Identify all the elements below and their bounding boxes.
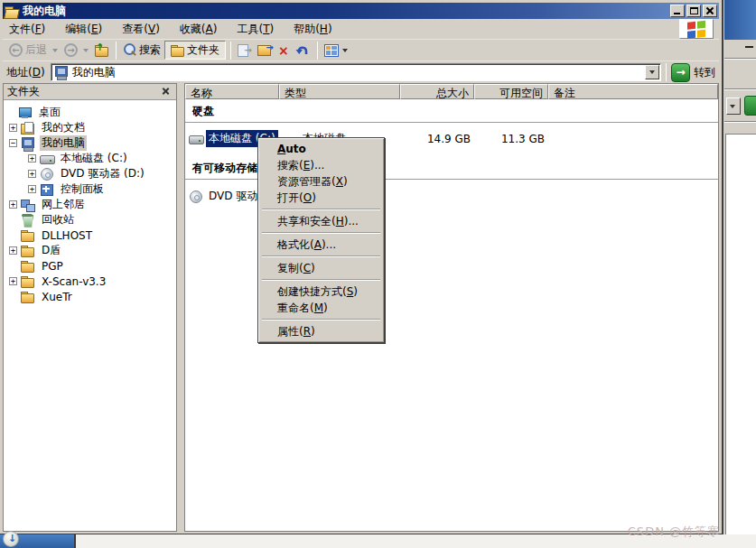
tree-item-network-places[interactable]: +网上邻居	[4, 197, 176, 212]
tree-item-local-disk-c[interactable]: +本地磁盘 (C:)	[4, 151, 176, 166]
address-input[interactable]: 我的电脑	[51, 63, 661, 81]
context-menu-item-properties[interactable]: 属性(R)	[260, 323, 382, 339]
tree-item-my-computer[interactable]: −我的电脑	[4, 135, 176, 151]
hard-drive-icon	[40, 152, 54, 166]
expand-toggle	[9, 293, 17, 301]
minimize-icon	[674, 13, 680, 14]
divider	[724, 88, 756, 89]
background-address-dropdown[interactable]	[726, 98, 741, 115]
menu-tools[interactable]: 工具(T)	[230, 20, 280, 39]
tree-item-label: 控制面板	[59, 181, 106, 197]
expand-toggle[interactable]: +	[28, 185, 36, 193]
expand-toggle[interactable]: −	[9, 139, 17, 147]
back-dropdown-icon[interactable]	[52, 49, 58, 52]
forward-button[interactable]	[61, 42, 80, 58]
close-folders-panel-button[interactable]	[160, 86, 173, 98]
menu-separator	[262, 255, 380, 257]
forward-dropdown-icon[interactable]	[83, 49, 89, 52]
hard-drive-icon	[189, 132, 203, 146]
tree-item-xscan[interactable]: +X-Scan-v3.3	[4, 274, 176, 289]
context-menu-item-copy[interactable]: 复制(C)	[260, 260, 382, 276]
context-menu-item-explorer[interactable]: 资源管理器(X)	[260, 173, 382, 190]
menu-separator	[262, 209, 380, 210]
close-button[interactable]	[703, 5, 717, 17]
menu-help[interactable]: 帮助(H)	[287, 20, 338, 39]
divider	[724, 58, 756, 59]
context-menu-item-sharing-security[interactable]: 共享和安全(H)...	[260, 213, 382, 229]
tree-item-my-documents[interactable]: +我的文档	[4, 120, 176, 135]
context-menu-item-create-shortcut[interactable]: 创建快捷方式(S)	[260, 283, 382, 300]
maximize-button[interactable]	[686, 5, 701, 17]
menu-view[interactable]: 查看(V)	[116, 20, 166, 39]
context-menu-item-format[interactable]: 格式化(A)...	[260, 237, 382, 253]
expand-toggle[interactable]: +	[28, 154, 36, 163]
cd-drive-icon	[189, 190, 203, 204]
expand-toggle	[9, 216, 17, 224]
column-header-comments[interactable]: 备注	[548, 84, 718, 99]
column-headers: 名称 类型 总大小 可用空间 备注	[185, 84, 718, 99]
tree-item-label: X-Scan-v3.3	[40, 275, 107, 288]
my-computer-icon	[54, 65, 69, 79]
folder-icon	[21, 228, 35, 243]
background-minimize-icon[interactable]	[745, 46, 753, 48]
column-header-type[interactable]: 类型	[279, 84, 400, 99]
expand-toggle[interactable]: +	[9, 246, 17, 255]
copy-to-button[interactable]	[255, 43, 275, 57]
tree-item-control-panel[interactable]: +控制面板	[4, 181, 176, 197]
folders-panel-header: 文件夹	[4, 84, 176, 100]
context-menu-item-rename[interactable]: 重命名(M)	[260, 300, 382, 316]
search-button[interactable]: 搜索	[120, 42, 163, 59]
context-menu-item-open[interactable]: 打开(O)	[260, 190, 382, 206]
menu-separator	[262, 319, 380, 320]
views-icon	[324, 44, 339, 57]
tree-item-dllhost[interactable]: DLLHOST	[4, 228, 176, 243]
tree-item-label: PGP	[40, 260, 65, 273]
panel-splitter[interactable]	[177, 83, 184, 532]
expand-toggle[interactable]: +	[9, 124, 17, 132]
tree-item-dshield[interactable]: +D盾	[4, 243, 176, 258]
tree-item-dvd-drive-d[interactable]: +DVD 驱动器 (D:)	[4, 166, 176, 181]
tree-item-label: D盾	[40, 243, 62, 258]
titlebar[interactable]: 我的电脑	[3, 3, 719, 19]
go-button[interactable]	[671, 63, 690, 82]
expand-toggle[interactable]: +	[9, 277, 17, 285]
context-menu: Auto 搜索(E)... 资源管理器(X) 打开(O) 共享和安全(H)...…	[257, 137, 385, 343]
tree-item-recycle-bin[interactable]: 回收站	[4, 212, 176, 228]
tree-item-desktop[interactable]: 桌面	[4, 105, 176, 120]
column-header-free-space[interactable]: 可用空间	[474, 84, 548, 99]
tree-item-pgp[interactable]: PGP	[4, 258, 176, 274]
delete-button[interactable]	[275, 43, 292, 58]
context-menu-item-search[interactable]: 搜索(E)...	[260, 157, 382, 173]
menu-edit[interactable]: 编辑(E)	[59, 20, 108, 39]
expand-toggle[interactable]: +	[9, 200, 17, 209]
expand-toggle[interactable]: +	[28, 170, 36, 178]
forward-icon	[64, 43, 78, 57]
tree-item-xuetr[interactable]: XueTr	[4, 289, 176, 304]
context-menu-item-auto[interactable]: Auto	[260, 141, 382, 157]
address-value: 我的电脑	[72, 65, 116, 80]
up-button[interactable]	[92, 44, 111, 57]
background-window-strip	[723, 0, 756, 534]
tree-item-label: 我的电脑	[40, 135, 87, 151]
column-header-name[interactable]: 名称	[185, 84, 279, 99]
undo-button[interactable]	[293, 42, 313, 59]
address-dropdown-button[interactable]	[645, 65, 659, 79]
folder-icon	[21, 244, 35, 258]
start-orb-icon[interactable]	[3, 531, 19, 547]
up-arrow-icon	[96, 42, 104, 53]
minimize-button[interactable]	[670, 5, 685, 17]
background-go-button[interactable]	[744, 96, 756, 116]
menu-favorites[interactable]: 收藏(A)	[173, 20, 224, 39]
menu-separator	[262, 279, 380, 281]
move-to-button[interactable]	[235, 43, 254, 58]
menu-file[interactable]: 文件(F)	[3, 20, 51, 39]
views-button[interactable]	[322, 43, 354, 58]
folders-button[interactable]: 文件夹	[164, 41, 226, 60]
tree-item-label: 本地磁盘 (C:)	[59, 151, 129, 166]
tree-item-label: DVD 驱动器 (D:)	[59, 166, 146, 181]
back-button[interactable]: 后退	[6, 42, 50, 59]
column-header-total-size[interactable]: 总大小	[400, 84, 474, 99]
my-documents-icon	[21, 121, 35, 135]
menu-separator	[262, 232, 380, 234]
address-bar: 地址(D) 我的电脑 转到	[3, 61, 719, 83]
